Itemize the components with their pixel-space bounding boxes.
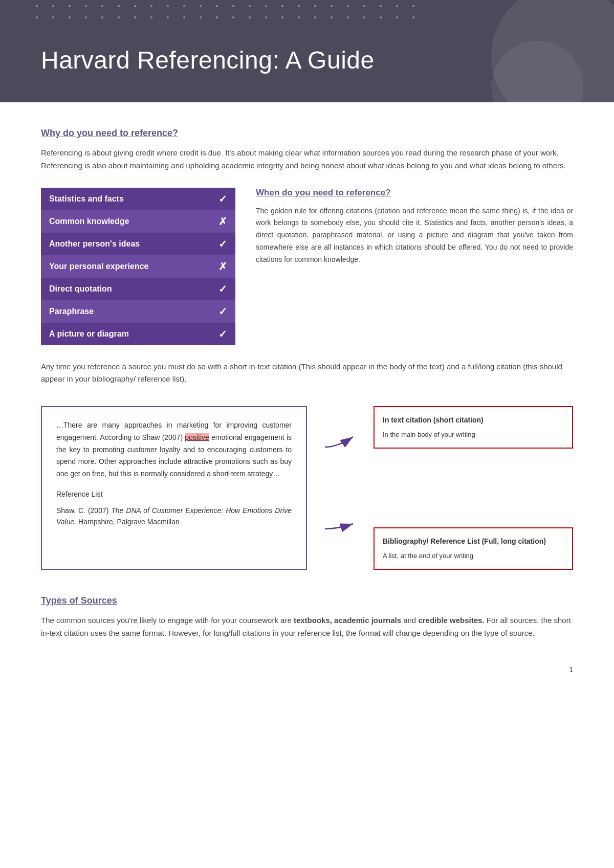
section-why-heading: Why do you need to reference? bbox=[41, 128, 573, 139]
when-body: The golden rule for offering citations (… bbox=[256, 205, 573, 266]
table-cell-symbol: ✓ bbox=[210, 233, 235, 255]
types-body: The common sources you're likely to enga… bbox=[41, 614, 573, 640]
citation-labels-col: In text citation (short citation) In the… bbox=[374, 406, 573, 570]
highlight-citation: positive bbox=[185, 433, 209, 441]
table-row: Another person's ideas ✓ bbox=[41, 233, 235, 255]
citation-example-area: …There are many approaches in marketing … bbox=[41, 406, 573, 570]
table-cell-symbol: ✓ bbox=[210, 300, 235, 323]
intext-label-title: In text citation (short citation) bbox=[383, 414, 564, 426]
table-cell-symbol: ✓ bbox=[210, 278, 235, 300]
table-row: Statistics and facts ✓ bbox=[41, 188, 235, 210]
table-cell-label: Common knowledge bbox=[41, 210, 210, 233]
table-row: Paraphrase ✓ bbox=[41, 300, 235, 323]
arrows-svg bbox=[322, 406, 358, 570]
table-cell-symbol: ✗ bbox=[210, 255, 235, 278]
ref-list-label: Reference List bbox=[56, 488, 292, 501]
bibliography-label-title: Bibliography/ Reference List (Full, long… bbox=[383, 536, 564, 547]
reference-table-col: Statistics and facts ✓ Common knowledge … bbox=[41, 188, 235, 345]
table-cell-symbol: ✗ bbox=[210, 210, 235, 233]
section-why: Why do you need to reference? Referencin… bbox=[41, 128, 573, 172]
table-row: Direct quotation ✓ bbox=[41, 278, 235, 300]
arrows-col bbox=[322, 406, 358, 570]
table-row: Common knowledge ✗ bbox=[41, 210, 235, 233]
citation-body-text: …There are many approaches in marketing … bbox=[56, 419, 292, 480]
intext-label-body: In the main body of your writing bbox=[383, 430, 564, 440]
bibliography-label-box: Bibliography/ Reference List (Full, long… bbox=[374, 527, 573, 570]
table-cell-symbol: ✓ bbox=[210, 323, 235, 345]
table-cell-label: A picture or diagram bbox=[41, 323, 210, 345]
table-row: A picture or diagram ✓ bbox=[41, 323, 235, 345]
reference-table: Statistics and facts ✓ Common knowledge … bbox=[41, 188, 235, 345]
when-to-reference-col: When do you need to reference? The golde… bbox=[256, 188, 573, 266]
page-header: Harvard Referencing: A Guide bbox=[0, 0, 614, 102]
main-content: Why do you need to reference? Referencin… bbox=[0, 102, 614, 709]
table-row: Your personal experience ✗ bbox=[41, 255, 235, 278]
table-cell-label: Another person's ideas bbox=[41, 233, 210, 255]
intext-label-box: In text citation (short citation) In the… bbox=[374, 406, 573, 449]
table-cell-label: Direct quotation bbox=[41, 278, 210, 300]
ref-entry: Shaw, C. (2007) The DNA of Customer Expe… bbox=[56, 505, 292, 528]
table-cell-symbol: ✓ bbox=[210, 188, 235, 210]
page-number: 1 bbox=[41, 665, 573, 684]
page-number-value: 1 bbox=[569, 665, 573, 674]
types-section: Types of Sources The common sources you'… bbox=[41, 595, 573, 640]
intext-para: Any time you reference a source you must… bbox=[41, 361, 573, 386]
section-why-body: Referencing is about giving credit where… bbox=[41, 147, 573, 172]
table-cell-label: Your personal experience bbox=[41, 255, 210, 278]
citation-box: …There are many approaches in marketing … bbox=[41, 406, 307, 570]
bibliography-label-body: A list, at the end of your writing bbox=[383, 551, 564, 562]
table-cell-label: Statistics and facts bbox=[41, 188, 210, 210]
when-heading: When do you need to reference? bbox=[256, 188, 573, 198]
two-column-layout: Statistics and facts ✓ Common knowledge … bbox=[41, 188, 573, 345]
types-heading: Types of Sources bbox=[41, 595, 573, 606]
page-title: Harvard Referencing: A Guide bbox=[41, 46, 573, 74]
table-cell-label: Paraphrase bbox=[41, 300, 210, 323]
